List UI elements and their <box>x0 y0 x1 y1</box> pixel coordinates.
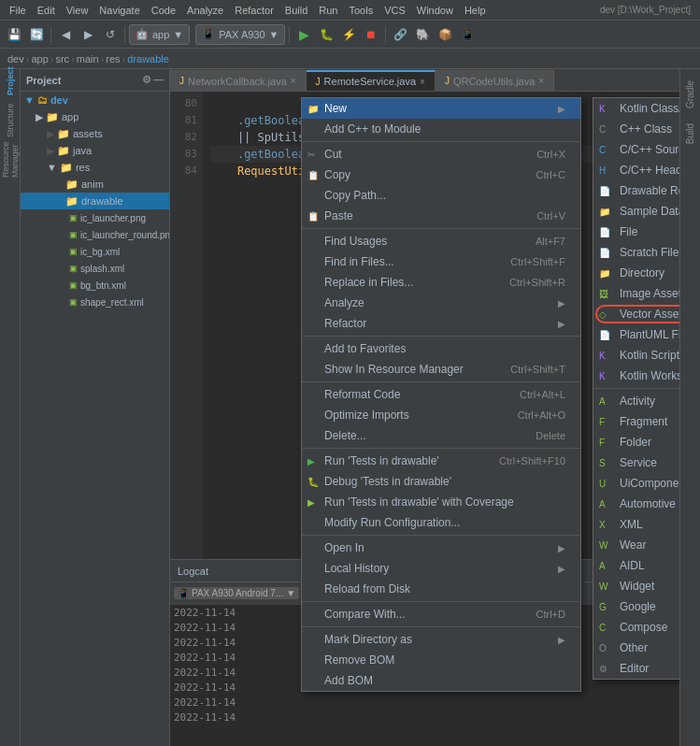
submenu-c-source[interactable]: C C/C++ Source File <box>593 139 679 160</box>
menu-window[interactable]: Window <box>413 3 457 18</box>
profile-button[interactable]: ⚡ <box>338 24 359 45</box>
submenu-c-header[interactable]: H C/C++ Header File <box>593 160 679 180</box>
context-menu-cut[interactable]: ✂ Cut Ctrl+X <box>302 144 580 165</box>
sidebar-resource-icon[interactable]: Resource Manager <box>2 151 19 168</box>
menu-build[interactable]: Build <box>281 3 311 18</box>
tree-item-app[interactable]: ▶ 📁 app <box>21 108 169 125</box>
submenu-scratch-file[interactable]: 📄 Scratch File Ctrl+Alt+Shift+Inse <box>593 242 679 263</box>
menu-help[interactable]: Help <box>461 3 490 18</box>
sidebar-project-icon[interactable]: Project <box>2 73 19 90</box>
context-menu-findinfiles[interactable]: Find in Files... Ctrl+Shift+F <box>302 251 580 272</box>
submenu-google[interactable]: G Google <box>593 596 679 617</box>
context-menu-addbom[interactable]: Add BOM <box>302 670 580 691</box>
sync-button[interactable]: 🔗 <box>390 24 410 45</box>
context-menu-reloadfromdisk[interactable]: Reload from Disk <box>302 579 580 599</box>
app-selector[interactable]: 🤖 app ▼ <box>129 24 190 45</box>
submenu-activity[interactable]: A Activity <box>593 391 679 411</box>
submenu-fragment[interactable]: F Fragment <box>593 411 679 432</box>
breadcrumb-src[interactable]: src <box>55 53 69 65</box>
menu-run[interactable]: Run <box>315 3 341 18</box>
context-menu-modifyrunconfig[interactable]: Modify Run Configuration... <box>302 512 580 533</box>
menu-code[interactable]: Code <box>148 3 179 18</box>
submenu-aidl[interactable]: A AIDL <box>593 555 679 576</box>
breadcrumb-res[interactable]: res <box>106 53 120 65</box>
right-tab-gradle[interactable]: Gradle <box>682 73 698 116</box>
submenu-drawable-resource[interactable]: 📄 Drawable Resource File <box>593 180 679 201</box>
panel-gear-icon[interactable]: ⚙ <box>142 74 151 86</box>
context-menu-reformatcode[interactable]: Reformat Code Ctrl+Alt+L <box>302 384 580 405</box>
submenu-kotlin-class[interactable]: K Kotlin Class/File <box>593 98 679 119</box>
submenu-widget[interactable]: W Widget <box>593 576 679 596</box>
tree-item-project[interactable]: ▼ 🗂 dev <box>21 92 169 108</box>
menu-file[interactable]: File <box>6 3 30 18</box>
tree-item-java[interactable]: ▶ 📁 java <box>21 142 169 159</box>
tree-item-assets[interactable]: ▶ 📁 assets <box>21 125 169 142</box>
submenu-compose[interactable]: C Compose <box>593 617 679 638</box>
avd-manager[interactable]: 📱 <box>457 24 478 45</box>
submenu-vector-asset[interactable]: ◇ Vector Asset <box>593 304 679 324</box>
tree-item-res[interactable]: ▼ 📁 res <box>21 159 169 176</box>
menu-tools[interactable]: Tools <box>345 3 377 18</box>
context-menu-markdirectoryas[interactable]: Mark Directory as ▶ <box>302 629 580 650</box>
submenu-image-asset[interactable]: 🖼 Image Asset <box>593 283 679 304</box>
context-menu-replaceinfiles[interactable]: Replace in Files... Ctrl+Shift+R <box>302 272 580 293</box>
submenu-folder[interactable]: F Folder <box>593 432 679 452</box>
tree-item-ic5[interactable]: ▣ bg_btn.xml <box>21 277 169 294</box>
context-menu-showinresource[interactable]: Show In Resource Manager Ctrl+Shift+T <box>302 359 580 380</box>
context-menu-runtests[interactable]: ▶ Run 'Tests in drawable' Ctrl+Shift+F10 <box>302 451 580 471</box>
menu-analyze[interactable]: Analyze <box>183 3 227 18</box>
submenu-file[interactable]: 📄 File <box>593 222 679 242</box>
context-menu-removebom[interactable]: Remove BOM <box>302 650 580 670</box>
context-menu-debugtests[interactable]: 🐛 Debug 'Tests in drawable' <box>302 471 580 492</box>
submenu-directory[interactable]: 📁 Directory <box>593 263 679 283</box>
tree-item-drawable[interactable]: 📁 drawable <box>21 193 169 209</box>
submenu-other[interactable]: O Other <box>593 638 679 658</box>
context-menu-paste[interactable]: 📋 Paste Ctrl+V <box>302 206 580 226</box>
submenu-uicomponent[interactable]: U UiComponent <box>593 473 679 494</box>
debug-button[interactable]: 🐛 <box>316 24 336 45</box>
menu-navigate[interactable]: Navigate <box>95 3 143 18</box>
panel-minimize-icon[interactable]: — <box>153 74 164 86</box>
toolbar-sync[interactable]: 🔄 <box>26 24 47 45</box>
submenu-service[interactable]: S Service <box>593 452 679 473</box>
sidebar-structure-icon[interactable]: Structure <box>2 112 19 129</box>
run-button[interactable]: ▶ <box>293 24 314 45</box>
sdk-manager[interactable]: 📦 <box>435 24 455 45</box>
stop-button[interactable]: ⏹ <box>361 24 381 45</box>
menu-vcs[interactable]: VCS <box>380 3 409 18</box>
toolbar-recent[interactable]: ↺ <box>100 24 121 45</box>
context-menu-copy[interactable]: 📋 Copy Ctrl+C <box>302 165 580 185</box>
context-menu-addtofavorites[interactable]: Add to Favorites <box>302 338 580 359</box>
submenu-wear[interactable]: W Wear <box>593 535 679 555</box>
context-menu-analyze[interactable]: Analyze ▶ <box>302 293 580 313</box>
submenu-sample-data[interactable]: 📁 Sample Data Directory <box>593 201 679 222</box>
breadcrumb-dev[interactable]: dev <box>7 53 24 65</box>
toolbar-save[interactable]: 💾 <box>4 24 24 45</box>
tree-item-anim[interactable]: 📁 anim <box>21 176 169 193</box>
menu-refactor[interactable]: Refactor <box>231 3 278 18</box>
context-menu-new[interactable]: 📁 New ▶ <box>302 98 580 119</box>
menu-edit[interactable]: Edit <box>34 3 59 18</box>
tree-item-ic2[interactable]: ▣ ic_launcher_round.png <box>21 226 169 243</box>
breadcrumb-app[interactable]: app <box>31 53 48 65</box>
right-tab-build[interactable]: Build <box>682 116 698 151</box>
submenu-cpp-class[interactable]: C C++ Class <box>593 119 679 139</box>
context-menu-findusages[interactable]: Find Usages Alt+F7 <box>302 231 580 251</box>
context-menu-comparewith[interactable]: Compare With... Ctrl+D <box>302 604 580 624</box>
context-menu-copypath[interactable]: Copy Path... <box>302 185 580 206</box>
tree-item-ic3[interactable]: ▣ ic_bg.xml <box>21 243 169 260</box>
gradle-button[interactable]: 🐘 <box>412 24 433 45</box>
context-menu-delete[interactable]: Delete... Delete <box>302 425 580 446</box>
submenu-editor[interactable]: ⚙ Editor @Hh19900902 <box>593 658 679 679</box>
context-menu-runtestscoverage[interactable]: ▶ Run 'Tests in drawable' with Coverage <box>302 492 580 512</box>
device-selector[interactable]: 📱 PAX A930 ▼ <box>195 24 285 45</box>
breadcrumb-main[interactable]: main <box>77 53 99 65</box>
submenu-kotlin-script[interactable]: K Kotlin Script <box>593 345 679 366</box>
submenu-xml[interactable]: X XML <box>593 514 679 535</box>
toolbar-forward[interactable]: ▶ <box>78 24 98 45</box>
submenu-kotlin-worksheet[interactable]: K Kotlin Worksheet <box>593 366 679 386</box>
submenu-automotive[interactable]: A Automotive <box>593 494 679 514</box>
context-menu-addcpp[interactable]: Add C++ to Module <box>302 119 580 139</box>
tree-item-ic6[interactable]: ▣ shape_rect.xml <box>21 294 169 310</box>
context-menu-openin[interactable]: Open In ▶ <box>302 538 580 558</box>
